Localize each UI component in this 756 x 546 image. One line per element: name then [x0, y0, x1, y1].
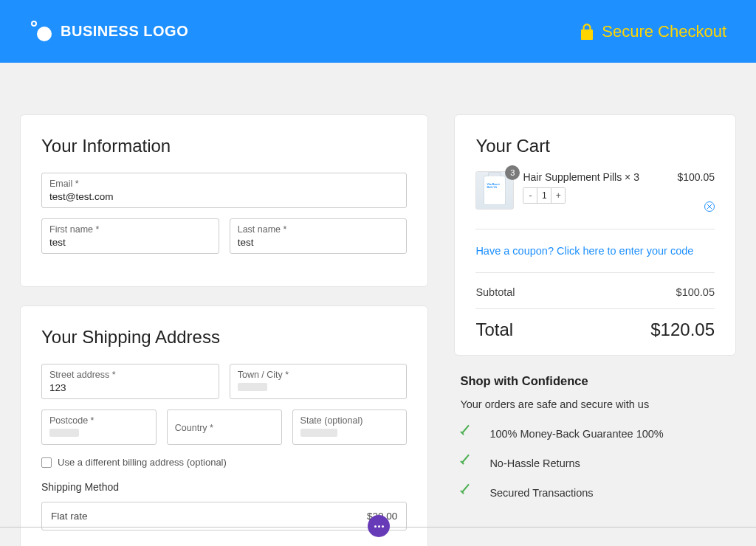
coupon-link[interactable]: Have a coupon? Click here to enter your … [475, 245, 693, 257]
feature-moneyback: 100% Money-Back Guarantee 100% [460, 428, 730, 440]
email-value: test@test.com [49, 191, 113, 202]
total-label: Total [475, 319, 513, 340]
brand-text: BUSINESS LOGO [61, 23, 188, 40]
brand-logo[interactable]: BUSINESS LOGO [30, 21, 188, 43]
coupon-section: Have a coupon? Click here to enter your … [475, 229, 715, 273]
checkbox-icon [41, 457, 52, 468]
last-name-field[interactable]: Last name * test [230, 218, 408, 254]
shipping-address-card: Your Shipping Address Street address * 1… [20, 305, 428, 546]
lock-icon [580, 24, 594, 40]
feature-moneyback-label: 100% Money-Back Guarantee 100% [489, 428, 663, 440]
feature-secured-label: Secured Transactions [489, 487, 593, 499]
shop-confidence-section: Shop with Confidence Your orders are saf… [454, 374, 736, 516]
town-city-field[interactable]: Town / City * [230, 364, 408, 399]
secure-checkout-badge: Secure Checkout [580, 22, 726, 41]
street-address-field[interactable]: Street address * 123 [41, 364, 219, 399]
different-billing-checkbox[interactable]: Use a different billing address (optiona… [41, 457, 407, 468]
first-name-field[interactable]: First name * test [41, 218, 219, 254]
different-billing-label: Use a different billing address (optiona… [58, 457, 227, 468]
total-row: Total $120.05 [475, 308, 715, 342]
subtotal-value: $100.05 [676, 286, 715, 298]
remove-item-button[interactable] [704, 201, 715, 212]
postcode-label: Postcode * [49, 415, 148, 426]
quantity-minus-button[interactable]: - [523, 188, 537, 203]
email-field[interactable]: Email * test@test.com [41, 173, 407, 208]
country-field[interactable]: Country * [167, 410, 282, 445]
secure-checkout-label: Secure Checkout [602, 22, 726, 41]
subtotal-row: Subtotal $100.05 [475, 273, 715, 308]
feature-secured: Secured Transactions [460, 487, 730, 499]
postcode-field[interactable]: Postcode * [41, 410, 157, 445]
subtotal-label: Subtotal [475, 286, 515, 298]
check-icon [460, 488, 473, 498]
town-label: Town / City * [238, 370, 399, 380]
cart-item-name: Hair Supplement Pills × 3 [523, 171, 668, 183]
confidence-subtitle: Your orders are safe and secure with us [460, 398, 730, 410]
last-name-value: test [238, 237, 254, 248]
confidence-title: Shop with Confidence [460, 374, 730, 388]
quantity-plus-button[interactable]: + [551, 188, 565, 203]
your-information-card: Your Information Email * test@test.com F… [20, 114, 428, 287]
cart-quantity-badge: 3 [505, 165, 520, 180]
cart-item: Vita BoostMulti Vit 3 Hair Supplement Pi… [475, 171, 715, 229]
feature-returns-label: No-Hassle Returns [489, 457, 580, 469]
total-value: $120.05 [650, 319, 715, 340]
shipping-method-name: Flat rate [51, 511, 88, 522]
street-value: 123 [49, 382, 66, 393]
country-label: Country * [175, 423, 213, 433]
town-value [238, 382, 267, 393]
cart-title: Your Cart [475, 136, 715, 156]
info-title: Your Information [41, 136, 407, 156]
quantity-value[interactable]: 1 [537, 188, 551, 203]
first-name-value: test [49, 237, 66, 248]
cart-card: Your Cart Vita BoostMulti Vit 3 Hair Sup… [454, 114, 736, 356]
quantity-stepper: - 1 + [523, 187, 566, 204]
shipping-title: Your Shipping Address [41, 327, 407, 348]
state-label: State (optional) [300, 415, 399, 426]
state-field[interactable]: State (optional) [292, 410, 408, 445]
logo-icon [30, 21, 52, 43]
first-name-label: First name * [49, 224, 211, 235]
state-value [300, 428, 337, 439]
more-options-fab[interactable] [368, 515, 390, 537]
postcode-value [49, 428, 79, 439]
last-name-label: Last name * [238, 224, 399, 235]
email-label: Email * [49, 179, 399, 189]
check-icon [460, 429, 473, 439]
page-header: BUSINESS LOGO Secure Checkout [0, 0, 756, 63]
shipping-method-heading: Shipping Method [41, 481, 407, 493]
feature-returns: No-Hassle Returns [460, 457, 730, 469]
street-label: Street address * [49, 370, 211, 380]
product-thumbnail: Vita BoostMulti Vit 3 [475, 171, 514, 210]
check-icon [460, 458, 473, 469]
cart-item-price: $100.05 [677, 171, 715, 183]
